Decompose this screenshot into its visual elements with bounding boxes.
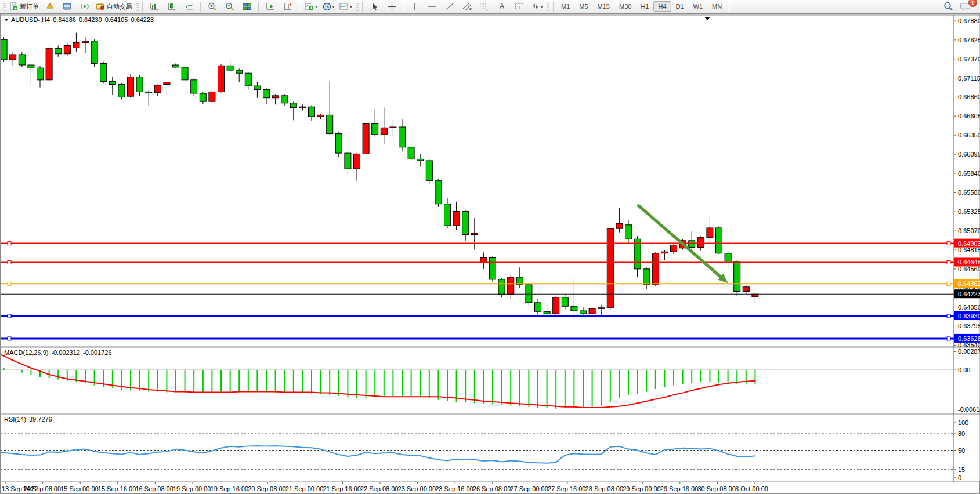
crosshair-tool-button[interactable] <box>383 0 400 13</box>
main-panel <box>1 15 980 347</box>
bar-chart-button[interactable] <box>146 0 163 13</box>
fibonacci-tool-button[interactable]: F <box>476 0 493 13</box>
candle-body <box>408 147 414 159</box>
candle-body <box>435 181 442 204</box>
price-tick-label: 0.64050 <box>958 304 980 311</box>
text-tool-button[interactable]: A <box>493 0 511 13</box>
chevron-down-icon: ▾ <box>350 4 352 9</box>
macd-name: MACD(12,26,9) <box>4 349 48 356</box>
line-chart-icon <box>185 2 194 10</box>
toolbar-grip <box>547 2 549 11</box>
line-anchor[interactable] <box>8 242 11 245</box>
indicators-icon <box>305 2 314 10</box>
svg-text:15: 15 <box>958 466 965 473</box>
candle-body <box>191 80 197 93</box>
line-anchor[interactable] <box>947 242 950 245</box>
timeframe-d1[interactable]: D1 <box>671 1 689 12</box>
svg-text:T: T <box>518 4 521 10</box>
time-tick-label: 19 Sep 16:00 <box>211 485 248 492</box>
svg-text:0: 0 <box>958 474 961 481</box>
candle-body <box>46 49 52 80</box>
candle-body <box>643 269 650 285</box>
price-tick-label: 0.65070 <box>958 227 980 234</box>
timeframe-m30[interactable]: M30 <box>614 1 636 12</box>
autotrading-button[interactable]: 自动交易 <box>93 0 135 13</box>
line-anchor[interactable] <box>8 282 11 285</box>
chart-collapse-icon[interactable]: ▼ <box>4 17 9 23</box>
auto-scroll-icon <box>266 2 275 10</box>
new-order-label: 新订单 <box>20 2 39 11</box>
toolbar-separator <box>200 2 201 12</box>
rsi-value: 39.7276 <box>29 416 52 423</box>
price-tick-label: 0.67625 <box>958 37 980 43</box>
svg-text:100: 100 <box>958 419 968 426</box>
svg-text:F: F <box>487 8 489 11</box>
timeframe-h1[interactable]: H1 <box>636 1 653 12</box>
chat-button[interactable]: 1 <box>957 0 974 13</box>
chart-shift-button[interactable] <box>279 0 296 13</box>
time-tick-label: 29 Sep 16:00 <box>660 485 698 492</box>
line-anchor[interactable] <box>8 260 11 264</box>
search-icon <box>943 2 953 11</box>
tile-windows-button[interactable] <box>238 0 256 13</box>
line-anchor[interactable] <box>947 282 950 285</box>
arrow-shapes-icon <box>531 2 540 10</box>
zoom-in-button[interactable] <box>204 0 221 13</box>
candle-body <box>354 154 360 169</box>
channel-tool-button[interactable]: E <box>458 0 476 13</box>
timeframe-h4[interactable]: H4 <box>653 1 671 12</box>
timeframe-mn[interactable]: MN <box>707 1 726 12</box>
new-order-button[interactable]: 新订单 <box>7 0 41 13</box>
timeframe-w1[interactable]: W1 <box>689 1 708 12</box>
chart-canvas[interactable]: 0.678800.676250.673700.671150.668600.666… <box>1 14 980 494</box>
cursor-tool-button[interactable] <box>366 0 383 13</box>
time-tick-label: 30 Sep 08:00 <box>697 485 735 492</box>
time-axis[interactable]: 13 Sep 202214 Sep 08:0015 Sep 00:0015 Se… <box>2 482 768 492</box>
chart-window: 0.678800.676250.673700.671150.668600.666… <box>0 13 980 494</box>
line-anchor[interactable] <box>947 337 950 340</box>
candle-body <box>363 124 369 154</box>
gold-button[interactable] <box>41 0 59 13</box>
candle-body <box>671 245 677 252</box>
vertical-line-icon <box>411 2 418 11</box>
line-anchor[interactable] <box>8 314 11 318</box>
candle-body <box>37 68 44 80</box>
line-anchor[interactable] <box>947 260 950 264</box>
line-anchor[interactable] <box>8 337 11 340</box>
candle-body <box>10 55 16 60</box>
timeframe-m15[interactable]: M15 <box>593 1 614 12</box>
candlestick-chart-button[interactable] <box>163 0 180 13</box>
timeframe-group: M1M5M15M30H1H4D1W1MN <box>556 1 726 12</box>
horizontal-line-tool-button[interactable] <box>424 0 441 13</box>
svg-text:-0.006142: -0.006142 <box>958 406 980 413</box>
zoom-out-button[interactable] <box>221 0 238 13</box>
price-tick-label: 0.66605 <box>958 112 980 119</box>
search-button[interactable] <box>939 0 957 13</box>
toolbar-grip <box>356 2 359 11</box>
auto-scroll-button[interactable] <box>262 0 279 13</box>
candle-body <box>327 115 333 133</box>
price-line-badge-label: 0.64903 <box>958 240 980 247</box>
trendline-tool-button[interactable] <box>441 0 458 13</box>
candlestick-chart-icon <box>167 2 176 10</box>
crosshair-icon <box>388 2 396 11</box>
arrows-tool-button[interactable]: ▾ <box>528 0 545 13</box>
line-chart-button[interactable] <box>180 0 198 13</box>
indicators-button[interactable]: ▾ <box>302 0 320 13</box>
candle-body <box>118 85 125 97</box>
periods-button[interactable]: ▾ <box>320 0 337 13</box>
timeframe-m1[interactable]: M1 <box>556 1 574 12</box>
ohlc-high: 0.64230 <box>79 16 102 23</box>
templates-button[interactable]: ▾ <box>337 0 355 13</box>
candle-body <box>652 253 659 285</box>
terminal-button[interactable] <box>59 0 76 13</box>
signal-button[interactable] <box>76 0 93 13</box>
chart-symbol-title: AUDUSD-,H4 <box>11 16 50 23</box>
timeframe-m5[interactable]: M5 <box>574 1 592 12</box>
candle-body <box>173 65 179 67</box>
vertical-line-tool-button[interactable] <box>406 0 424 13</box>
line-anchor[interactable] <box>947 314 950 318</box>
candle-body <box>254 86 261 89</box>
candle-body <box>399 127 406 147</box>
text-label-tool-button[interactable]: T <box>511 0 528 13</box>
